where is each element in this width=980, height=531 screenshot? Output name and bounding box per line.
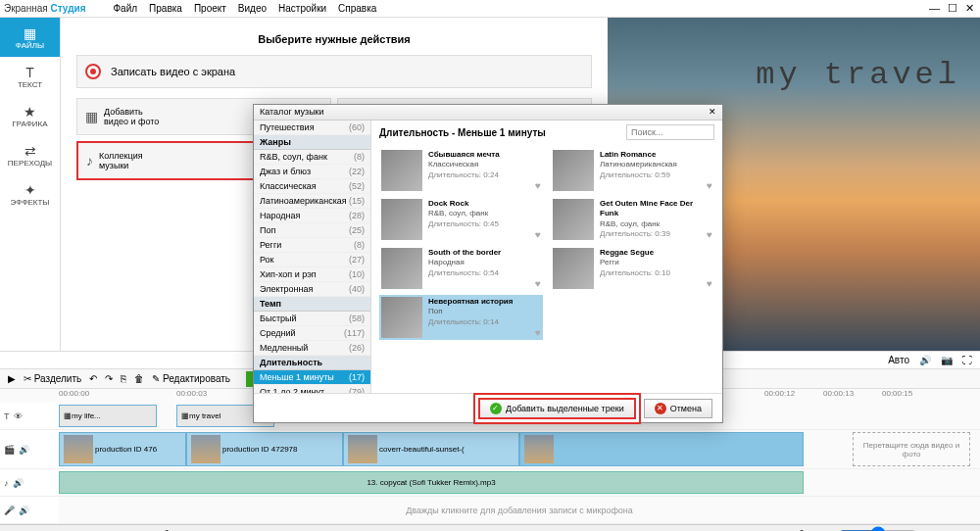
- minimize-icon[interactable]: —: [929, 2, 940, 15]
- title-clip[interactable]: ▦ my life...: [59, 405, 157, 427]
- media-icon: ▦: [85, 109, 98, 124]
- effects-icon: ✦: [24, 182, 36, 198]
- auto-label: Авто: [888, 355, 909, 365]
- track-item[interactable]: Get Outen Mine Face Der FunkR&B, соул, ф…: [551, 197, 714, 242]
- category-item[interactable]: Быстрый(58): [254, 312, 370, 326]
- category-item[interactable]: Регги(8): [254, 238, 370, 253]
- split-button[interactable]: ✂ Разделить: [24, 373, 81, 384]
- track-item[interactable]: Dock RockR&B, соул, фанкДлительность: 0:…: [379, 197, 543, 242]
- copy-icon[interactable]: ⎘: [121, 373, 126, 384]
- preview-title-text: my travel: [756, 57, 960, 93]
- category-item[interactable]: R&B, соул, фанк(8): [254, 150, 370, 165]
- category-header: Жанры: [254, 135, 370, 150]
- edit-button[interactable]: ✎ Редактировать: [152, 373, 230, 384]
- audio-track-icon: ♪: [4, 478, 9, 488]
- track-item[interactable]: Reggae SegueРеггиДлительность: 0:10♥: [551, 246, 714, 291]
- dialog-titlebar[interactable]: Каталог музыки ✕: [254, 105, 722, 121]
- sidebar-graphics[interactable]: ★ГРАФИКА: [0, 96, 60, 135]
- video-clip[interactable]: [519, 432, 804, 466]
- track-item[interactable]: Latin RomanceЛатиноамериканскаяДлительно…: [551, 148, 714, 193]
- music-catalog-dialog: Каталог музыки ✕ Путешествия(60)ЖанрыR&B…: [253, 104, 723, 423]
- track-thumbnail: [553, 150, 594, 191]
- heart-icon[interactable]: ♥: [535, 180, 541, 191]
- sidebar-files[interactable]: ▦ФАЙЛЫ: [0, 18, 60, 57]
- play-icon[interactable]: ▶: [8, 373, 16, 384]
- camera-icon[interactable]: 📷: [941, 355, 953, 365]
- category-list: Путешествия(60)ЖанрыR&B, соул, фанк(8)Дж…: [254, 121, 371, 393]
- zoom-slider[interactable]: [839, 526, 917, 532]
- heart-icon[interactable]: ♥: [535, 229, 541, 240]
- results-heading: Длительность - Меньше 1 минуты: [379, 127, 618, 138]
- track-item[interactable]: Невероятная историяПопДлительность: 0:14…: [379, 295, 543, 340]
- app-logo: Экранная Студия: [4, 3, 86, 14]
- category-item[interactable]: Хип-хоп и рэп(10): [254, 267, 370, 282]
- video-clip[interactable]: coverr-beautiful-sunset-(: [343, 432, 519, 466]
- sidebar-transitions[interactable]: ⇄ПЕРЕХОДЫ: [0, 135, 60, 174]
- redo-icon[interactable]: ↷: [105, 373, 113, 384]
- cancel-button[interactable]: ✕Отмена: [644, 399, 712, 418]
- category-item[interactable]: Рок(27): [254, 253, 370, 267]
- heart-icon[interactable]: ♥: [707, 229, 712, 240]
- category-item[interactable]: Путешествия(60): [254, 121, 370, 135]
- track-thumbnail: [381, 199, 422, 240]
- audio-clip[interactable]: 13. copycat (Sofi Tukker Remix).mp3: [59, 471, 804, 494]
- check-icon: ✓: [490, 403, 502, 414]
- undo-icon[interactable]: ↶: [89, 373, 97, 384]
- mic-track-icon: 🎤: [4, 506, 15, 515]
- sidebar-text[interactable]: TТЕКСТ: [0, 57, 60, 96]
- add-tracks-button[interactable]: ✓Добавить выделенные треки: [478, 398, 636, 419]
- category-item[interactable]: Средний(117): [254, 326, 370, 341]
- category-header: Темп: [254, 297, 370, 312]
- video-clip[interactable]: production ID 476: [59, 432, 186, 466]
- record-screen-button[interactable]: Записать видео с экрана: [76, 55, 592, 88]
- mute-icon[interactable]: 🔊: [19, 506, 29, 515]
- visibility-icon[interactable]: 👁: [14, 411, 23, 421]
- category-item[interactable]: Народная(28): [254, 209, 370, 223]
- category-item[interactable]: Меньше 1 минуты(17): [254, 370, 370, 385]
- track-thumbnail: [553, 199, 594, 240]
- category-item[interactable]: Электронная(40): [254, 282, 370, 297]
- heart-icon[interactable]: ♥: [535, 278, 541, 289]
- sound-icon[interactable]: 🔊: [919, 355, 931, 365]
- category-item[interactable]: Классическая(52): [254, 179, 370, 194]
- menu-edit[interactable]: Правка: [149, 3, 182, 14]
- maximize-icon[interactable]: ☐: [948, 2, 957, 15]
- sidebar-effects[interactable]: ✦ЭФФЕКТЫ: [0, 174, 60, 214]
- delete-icon[interactable]: 🗑: [134, 373, 144, 384]
- category-header: Длительность: [254, 356, 370, 370]
- mic-track: 🎤🔊 Дважды кликните для добавления записи…: [0, 497, 980, 524]
- menu-help[interactable]: Справка: [338, 3, 376, 14]
- menu-project[interactable]: Проект: [194, 3, 226, 14]
- files-icon: ▦: [24, 25, 36, 41]
- track-item[interactable]: South of the borderНароднаяДлительность:…: [379, 246, 543, 291]
- title-track-icon: T: [4, 411, 10, 421]
- track-thumbnail: [553, 248, 594, 289]
- category-item[interactable]: Медленный(26): [254, 341, 370, 356]
- star-icon: ★: [24, 104, 36, 120]
- video-clip[interactable]: production ID 472978: [186, 432, 343, 466]
- mic-placeholder[interactable]: Дважды кликните для добавления записи с …: [59, 497, 980, 523]
- mute-icon[interactable]: 🔊: [13, 478, 24, 488]
- category-item[interactable]: Латиноамериканская(15): [254, 194, 370, 209]
- video-dropzone[interactable]: Перетащите сюда видео и фото: [853, 432, 970, 466]
- category-item[interactable]: От 1 до 2 минут(79): [254, 385, 370, 393]
- close-icon[interactable]: ✕: [965, 2, 974, 15]
- category-item[interactable]: Джаз и блюз(22): [254, 165, 370, 179]
- audio-track: ♪🔊 13. copycat (Sofi Tukker Remix).mp3: [0, 469, 980, 497]
- heart-icon[interactable]: ♥: [707, 180, 712, 191]
- category-item[interactable]: Поп(25): [254, 223, 370, 238]
- menu-settings[interactable]: Настройки: [278, 3, 326, 14]
- titlebar: Экранная Студия Файл Правка Проект Видео…: [0, 0, 980, 18]
- heart-icon[interactable]: ♥: [707, 278, 712, 289]
- track-grid: Сбывшаяся мечтаКлассическаяДлительность:…: [371, 144, 722, 393]
- mute-icon[interactable]: 🔊: [19, 445, 29, 455]
- menu-video[interactable]: Видео: [238, 3, 267, 14]
- track-item[interactable]: Сбывшаяся мечтаКлассическаяДлительность:…: [379, 148, 543, 193]
- menu-file[interactable]: Файл: [114, 3, 138, 14]
- track-thumbnail: [381, 297, 422, 338]
- search-input[interactable]: [626, 124, 714, 140]
- menubar: Файл Правка Проект Видео Настройки Справ…: [106, 1, 385, 17]
- heart-icon[interactable]: ♥: [535, 327, 541, 338]
- dialog-close-icon[interactable]: ✕: [709, 107, 716, 118]
- fullscreen-icon[interactable]: ⛶: [962, 355, 972, 365]
